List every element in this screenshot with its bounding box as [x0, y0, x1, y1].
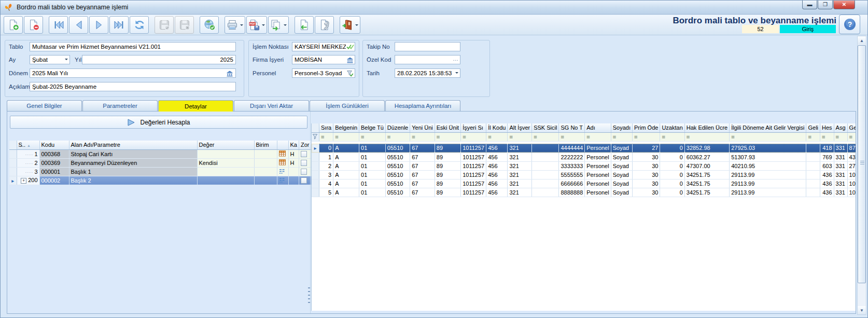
save-button[interactable] [155, 16, 174, 34]
kodu-cell[interactable]: 000002 [39, 176, 69, 185]
birim-cell[interactable] [254, 149, 277, 158]
data-cell[interactable]: 34251.75 [684, 179, 729, 188]
data-cell[interactable]: 67 [410, 170, 435, 179]
chevron-down-icon[interactable] [355, 24, 358, 27]
row-number-cell[interactable]: ····3 [17, 167, 39, 176]
data-cell[interactable]: A [333, 161, 359, 170]
double-check-icon[interactable] [346, 43, 354, 50]
data-cell[interactable]: 8888888 [559, 188, 585, 197]
data-cell[interactable]: 5555555 [559, 170, 585, 179]
ay-select[interactable]: Şubat [30, 55, 70, 64]
data-cell[interactable]: 01 [359, 179, 386, 188]
column-header[interactable]: Sıra [319, 123, 333, 132]
data-cell[interactable]: 438 [847, 153, 856, 161]
row-indicator[interactable] [312, 188, 319, 197]
data-cell[interactable]: 29113.99 [730, 179, 806, 188]
table-row[interactable]: 3A0105510678910112574563215555555Persone… [312, 170, 856, 179]
data-cell[interactable]: Soyad [611, 170, 632, 179]
expand-plus-icon[interactable]: + [21, 178, 26, 184]
data-cell[interactable]: 321 [508, 188, 532, 197]
column-header[interactable]: Adı [585, 123, 611, 132]
column-header[interactable]: Belgenin [333, 123, 359, 132]
data-cell[interactable]: 456 [486, 188, 508, 197]
data-cell[interactable]: Soyad [611, 179, 632, 188]
last-record-button[interactable] [109, 16, 129, 34]
tarih-input[interactable]: 28.02.2025 15:38:53 [395, 68, 460, 78]
data-cell[interactable]: 05510 [385, 170, 410, 179]
filter-cell[interactable]: = [847, 132, 856, 141]
data-cell[interactable]: 89 [435, 179, 460, 188]
chevron-down-icon[interactable] [240, 24, 243, 27]
data-cell[interactable]: 0 [660, 179, 684, 188]
splitter-handle[interactable] [308, 287, 310, 305]
web-send-button[interactable] [200, 16, 219, 34]
data-cell[interactable]: 1011257 [461, 144, 486, 153]
data-cell[interactable]: 47307.00 [684, 161, 729, 170]
data-cell[interactable]: 436 [820, 188, 834, 197]
previous-record-button[interactable] [69, 16, 88, 34]
row-indicator[interactable] [9, 167, 17, 176]
data-cell[interactable]: 0 [660, 170, 684, 179]
data-cell[interactable]: 331 [834, 170, 847, 179]
alan-adi-cell[interactable]: Başlık 2 [69, 176, 197, 185]
alan-adi-cell[interactable]: Beyannameyi Düzenleyen [69, 158, 197, 167]
column-header[interactable]: Prim Öde [632, 123, 660, 132]
data-cell[interactable]: 321 [508, 153, 532, 161]
column-header[interactable]: İşyeri Sı [461, 123, 486, 132]
data-cell[interactable]: 01 [359, 144, 386, 153]
filter-cell[interactable]: = [385, 132, 410, 141]
column-header[interactable]: Belge Tü [359, 123, 386, 132]
data-cell[interactable]: 1011257 [461, 188, 486, 197]
column-header[interactable]: Birim [254, 141, 277, 149]
filter-cell[interactable]: = [834, 132, 847, 141]
data-cell[interactable]: 105 [847, 170, 856, 179]
filter-cell[interactable]: = [806, 132, 820, 141]
filter-cell[interactable]: = [486, 132, 508, 141]
column-header[interactable]: SG No T [559, 123, 585, 132]
data-cell[interactable]: 34251.75 [684, 170, 729, 179]
data-cell[interactable] [532, 170, 559, 179]
flag-cell[interactable] [288, 176, 299, 185]
data-cell[interactable]: 418 [820, 144, 834, 153]
zorunlu-cell[interactable] [299, 167, 311, 176]
chevron-down-icon[interactable] [284, 24, 287, 27]
checkbox[interactable] [301, 169, 307, 175]
column-header[interactable]: Alt İşver [508, 123, 532, 132]
row-indicator[interactable]: ▸ [312, 144, 319, 153]
chevron-down-icon[interactable] [65, 59, 68, 62]
data-cell[interactable]: 89 [435, 188, 460, 197]
column-header[interactable]: Ka [288, 141, 299, 149]
data-cell[interactable]: 01 [359, 188, 386, 197]
close-button[interactable]: ✕ [833, 1, 855, 9]
column-header[interactable]: Değer [197, 141, 254, 149]
scroll-up-button[interactable]: ▲ [858, 36, 866, 45]
data-cell[interactable]: 89 [435, 161, 460, 170]
data-cell[interactable]: 456 [486, 179, 508, 188]
data-cell[interactable]: 01 [359, 161, 386, 170]
data-cell[interactable]: 456 [486, 144, 508, 153]
data-cell[interactable]: Personel [585, 144, 611, 153]
data-cell[interactable] [532, 144, 559, 153]
row-type-cell[interactable] [277, 158, 288, 167]
data-cell[interactable]: Personel [585, 153, 611, 161]
zorunlu-cell[interactable] [299, 158, 311, 167]
data-cell[interactable]: 30 [632, 161, 660, 170]
row-number-cell[interactable]: ····1 [17, 149, 39, 158]
data-cell[interactable]: Soyad [611, 144, 632, 153]
data-cell[interactable]: 2 [319, 161, 333, 170]
data-cell[interactable]: 1011257 [461, 179, 486, 188]
column-header[interactable]: Hes [820, 123, 834, 132]
table-row[interactable]: 4A0105510678910112574563216666666Persone… [312, 179, 856, 188]
data-cell[interactable]: 331 [834, 153, 847, 161]
data-cell[interactable]: 436 [820, 170, 834, 179]
tab-parametreler[interactable]: Parametreler [82, 100, 158, 111]
ozel-kod-input[interactable] [395, 55, 460, 64]
data-cell[interactable]: 67 [410, 153, 435, 161]
row-indicator[interactable] [9, 158, 17, 167]
kodu-cell[interactable]: 000369 [39, 158, 69, 167]
data-cell[interactable]: A [333, 188, 359, 197]
copy-transfer-button[interactable] [268, 16, 289, 34]
column-header[interactable] [9, 141, 17, 149]
restore-button[interactable]: ❐ [818, 1, 833, 9]
filter-cell[interactable]: = [660, 132, 684, 141]
